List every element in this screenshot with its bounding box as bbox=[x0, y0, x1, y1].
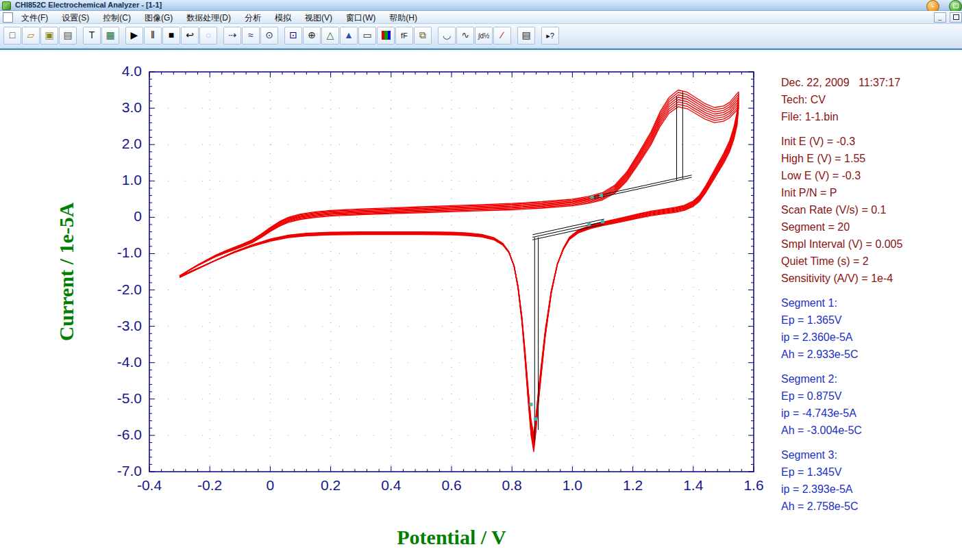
cv-curve bbox=[180, 102, 739, 440]
x-tick-label: 0 bbox=[249, 477, 291, 494]
x-tick-label: -0.2 bbox=[189, 477, 230, 494]
info-line: Smpl Interval (V) = 0.005 bbox=[781, 236, 961, 253]
cv-curve bbox=[180, 92, 739, 449]
info-line: Sensitivity (A/V) = 1e-4 bbox=[781, 270, 961, 287]
segment-results-block: Segment 2:Ep = 0.875Vip = -4.743e-5AAh =… bbox=[781, 370, 961, 439]
x-tick-label: 0.2 bbox=[310, 477, 352, 494]
info-line: Quiet Time (s) = 2 bbox=[781, 253, 961, 270]
y-tick-label: -1.0 bbox=[97, 244, 142, 261]
y-tick-label: -5.0 bbox=[97, 390, 142, 407]
cv-curve bbox=[180, 100, 739, 442]
info-line: Init E (V) = -0.3 bbox=[781, 133, 961, 150]
y-tick-label: -3.0 bbox=[97, 318, 142, 334]
info-line: Dec. 22, 2009 11:37:17 bbox=[781, 74, 961, 91]
y-tick-label: -7.0 bbox=[97, 463, 142, 479]
x-tick-label: 0.6 bbox=[431, 477, 472, 494]
baseline-anchor-marker bbox=[534, 418, 537, 421]
application-window: CHI852C Electrochemical Analyzer - [1-1]… bbox=[0, 0, 962, 560]
y-axis-title: Current / 1e-5A bbox=[55, 203, 78, 342]
info-line: ip = 2.393e-5A bbox=[781, 481, 961, 498]
x-tick-label: -0.4 bbox=[129, 477, 170, 494]
info-line: Ep = 0.875V bbox=[781, 387, 961, 405]
info-line: Ep = 1.345V bbox=[781, 463, 961, 481]
y-tick-label: 1.0 bbox=[97, 172, 142, 188]
info-line: ip = -4.743e-5A bbox=[781, 405, 961, 422]
baseline-anchor-marker bbox=[601, 220, 604, 223]
y-tick-label: 4.0 bbox=[97, 63, 142, 79]
segment-results-block: Segment 1:Ep = 1.365Vip = 2.360e-5AAh = … bbox=[781, 294, 961, 363]
x-tick-label: 1.6 bbox=[733, 477, 774, 494]
y-tick-label: -2.0 bbox=[97, 281, 142, 298]
x-tick-label: 0.4 bbox=[371, 477, 412, 494]
y-tick-label: -6.0 bbox=[97, 427, 142, 443]
info-line: Ah = 2.758e-5C bbox=[781, 498, 961, 515]
baseline-anchor-marker bbox=[591, 196, 594, 199]
cv-curve bbox=[180, 107, 739, 435]
y-tick-label: 2.0 bbox=[97, 136, 142, 152]
x-tick-label: 1.4 bbox=[673, 477, 714, 494]
x-tick-label: 1.0 bbox=[552, 477, 593, 494]
x-tick-label: 1.2 bbox=[613, 477, 654, 494]
info-line: Low E (V) = -0.3 bbox=[781, 167, 961, 184]
info-line: Scan Rate (V/s) = 0.1 bbox=[781, 201, 961, 218]
info-line: Ep = 1.365V bbox=[781, 311, 961, 329]
baseline-anchor-marker bbox=[529, 403, 532, 406]
info-line: Segment 3: bbox=[781, 446, 961, 463]
info-line: High E (V) = 1.55 bbox=[781, 150, 961, 167]
info-line: Tech: CV bbox=[781, 91, 961, 108]
x-tick-label: 0.8 bbox=[491, 477, 532, 494]
y-tick-label: 3.0 bbox=[97, 99, 142, 116]
info-line: Init P/N = P bbox=[781, 184, 961, 201]
info-line: Segment 1: bbox=[781, 294, 961, 311]
cv-curve bbox=[180, 95, 739, 447]
y-tick-label: 0 bbox=[97, 208, 142, 225]
x-axis-title: Potential / V bbox=[397, 526, 506, 549]
info-line: Ah = 2.933e-5C bbox=[781, 346, 961, 363]
baseline-anchor-marker bbox=[587, 222, 591, 226]
results-panel: Dec. 22, 2009 11:37:17Tech: CVFile: 1-1.… bbox=[781, 74, 961, 515]
info-line: Segment 2: bbox=[781, 370, 961, 387]
segment-results-block: Segment 3:Ep = 1.345Vip = 2.393e-5AAh = … bbox=[781, 446, 961, 515]
y-tick-label: -4.0 bbox=[97, 354, 142, 370]
info-line: ip = 2.360e-5A bbox=[781, 329, 961, 346]
cv-curve bbox=[180, 104, 739, 437]
peak-marker-line bbox=[532, 222, 604, 238]
peak-marker-line bbox=[532, 224, 604, 240]
info-line: Ah = -3.004e-5C bbox=[781, 422, 961, 439]
cv-curve bbox=[180, 97, 739, 444]
info-line: File: 1-1.bin bbox=[781, 108, 961, 125]
info-line: Segment = 20 bbox=[781, 218, 961, 236]
baseline-anchor-marker bbox=[600, 194, 603, 197]
parameters-block: Init E (V) = -0.3High E (V) = 1.55Low E … bbox=[781, 133, 961, 287]
